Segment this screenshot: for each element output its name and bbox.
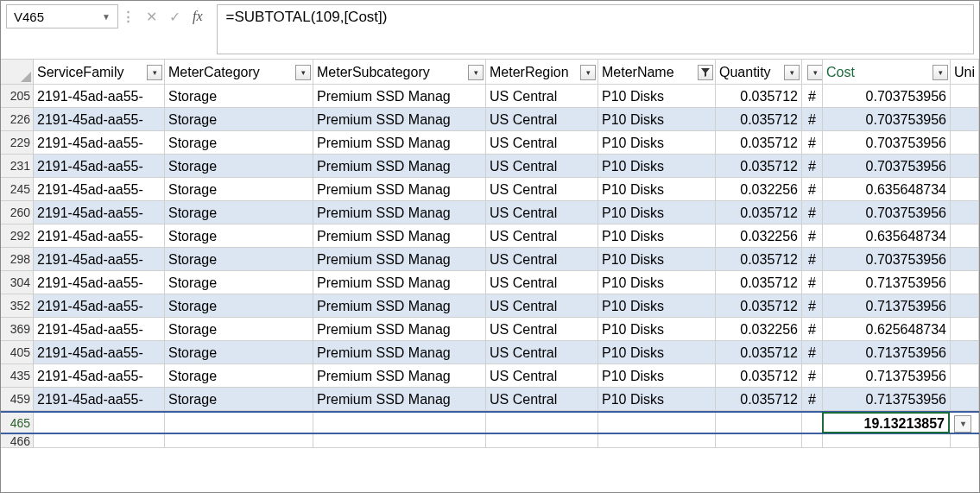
cell-cost[interactable]: 0.713753956 (823, 294, 951, 317)
cell-meterregion[interactable]: US Central (486, 318, 598, 340)
cell[interactable]: ▾ (949, 413, 979, 433)
cell-cost[interactable]: 0.635648734 (823, 178, 951, 200)
cell-narrow[interactable]: # (802, 294, 823, 317)
cell-meterregion[interactable]: US Central (486, 388, 598, 410)
cell-metersubcategory[interactable]: Premium SSD Manag (313, 248, 486, 270)
cell-metercategory[interactable]: Storage (165, 155, 313, 177)
row-header[interactable]: 352 (1, 294, 34, 317)
cell-unit[interactable] (951, 178, 979, 200)
cell-quantity[interactable]: 0.035712 (716, 85, 802, 107)
cell-metersubcategory[interactable]: Premium SSD Manag (313, 108, 486, 130)
cell-unit[interactable] (951, 271, 979, 294)
cell-metername[interactable]: P10 Disks (598, 341, 716, 363)
cell-narrow[interactable]: # (802, 388, 823, 410)
cell-metername[interactable]: P10 Disks (598, 224, 716, 247)
row-header[interactable]: 435 (1, 364, 34, 387)
cell-metername[interactable]: P10 Disks (598, 155, 716, 177)
cell-meterregion[interactable]: US Central (486, 224, 598, 247)
cell-cost[interactable]: 0.703753956 (823, 248, 951, 270)
cell-metercategory[interactable]: Storage (165, 248, 313, 270)
cell[interactable] (34, 413, 165, 433)
cell-metercategory[interactable]: Storage (165, 178, 313, 200)
cell-unit[interactable] (951, 388, 979, 410)
cell-metercategory[interactable]: Storage (165, 201, 313, 224)
subtotal-dropdown-icon[interactable]: ▾ (954, 415, 971, 433)
cell-narrow[interactable]: # (802, 108, 823, 130)
cell-meterregion[interactable]: US Central (486, 341, 598, 363)
cell-unit[interactable] (951, 155, 979, 177)
cell-metername[interactable]: P10 Disks (598, 178, 716, 200)
cell-quantity[interactable]: 0.035712 (716, 271, 802, 294)
row-header[interactable]: 369 (1, 318, 34, 340)
cell-quantity[interactable]: 0.035712 (716, 155, 802, 177)
cell-cost[interactable]: 0.703753956 (823, 155, 951, 177)
cell-servicefamily[interactable]: 2191-45ad-aa55- (34, 131, 165, 154)
cell-metername[interactable]: P10 Disks (598, 271, 716, 294)
cell-quantity[interactable]: 0.032256 (716, 224, 802, 247)
cell-metersubcategory[interactable]: Premium SSD Manag (313, 318, 486, 340)
cell-quantity[interactable]: 0.032256 (716, 318, 802, 340)
cell-meterregion[interactable]: US Central (486, 271, 598, 294)
cell-narrow[interactable]: # (802, 178, 823, 200)
cell-narrow[interactable]: # (802, 155, 823, 177)
cell-metersubcategory[interactable]: Premium SSD Manag (313, 85, 486, 107)
filter-icon[interactable]: ▾ (295, 65, 311, 80)
filter-icon[interactable]: ▾ (580, 65, 596, 80)
cell-metername[interactable]: P10 Disks (598, 108, 716, 130)
row-header[interactable]: 459 (1, 388, 34, 410)
cell-metername[interactable]: P10 Disks (598, 388, 716, 410)
cell-servicefamily[interactable]: 2191-45ad-aa55- (34, 108, 165, 130)
cell-metercategory[interactable]: Storage (165, 294, 313, 317)
cell-unit[interactable] (951, 248, 979, 270)
cell-servicefamily[interactable]: 2191-45ad-aa55- (34, 224, 165, 247)
cell-metersubcategory[interactable]: Premium SSD Manag (313, 271, 486, 294)
row-header[interactable]: 465 (1, 413, 34, 433)
col-header-metersubcategory[interactable]: MeterSubcategory ▾ (313, 60, 486, 84)
row-header[interactable]: 226 (1, 108, 34, 130)
col-header-unit[interactable]: Uni (951, 60, 979, 84)
cell-meterregion[interactable]: US Central (486, 178, 598, 200)
cell-cost[interactable]: 0.625648734 (823, 318, 951, 340)
cell-cost[interactable]: 0.703753956 (823, 85, 951, 107)
cell-quantity[interactable]: 0.035712 (716, 248, 802, 270)
cell-metername[interactable]: P10 Disks (598, 131, 716, 154)
cell-servicefamily[interactable]: 2191-45ad-aa55- (34, 388, 165, 410)
cell[interactable] (34, 434, 165, 447)
cell[interactable] (598, 434, 716, 447)
cell[interactable] (951, 434, 979, 447)
cell-metercategory[interactable]: Storage (165, 224, 313, 247)
cell[interactable] (486, 413, 598, 433)
cell-metersubcategory[interactable]: Premium SSD Manag (313, 155, 486, 177)
cell-cost[interactable]: 0.713753956 (823, 388, 951, 410)
cell-unit[interactable] (951, 318, 979, 340)
cell-quantity[interactable]: 0.035712 (716, 364, 802, 387)
cell-metercategory[interactable]: Storage (165, 341, 313, 363)
cell-metersubcategory[interactable]: Premium SSD Manag (313, 178, 486, 200)
cell-narrow[interactable]: # (802, 364, 823, 387)
cell-metercategory[interactable]: Storage (165, 131, 313, 154)
cancel-icon[interactable]: ✕ (146, 9, 157, 25)
cell-metersubcategory[interactable]: Premium SSD Manag (313, 341, 486, 363)
cell-meterregion[interactable]: US Central (486, 131, 598, 154)
cell[interactable] (313, 434, 486, 447)
cell-unit[interactable] (951, 294, 979, 317)
cell-metername[interactable]: P10 Disks (598, 201, 716, 224)
row-header[interactable]: 231 (1, 155, 34, 177)
cell-metercategory[interactable]: Storage (165, 271, 313, 294)
cell[interactable] (802, 434, 823, 447)
cell-metername[interactable]: P10 Disks (598, 294, 716, 317)
cell-unit[interactable] (951, 224, 979, 247)
cell-quantity[interactable]: 0.035712 (716, 341, 802, 363)
row-header[interactable]: 229 (1, 131, 34, 154)
cell-unit[interactable] (951, 85, 979, 107)
cell-quantity[interactable]: 0.035712 (716, 201, 802, 224)
cell-quantity[interactable]: 0.035712 (716, 108, 802, 130)
cell-cost[interactable]: 0.703753956 (823, 108, 951, 130)
row-header[interactable]: 260 (1, 201, 34, 224)
cell-unit[interactable] (951, 108, 979, 130)
cell-quantity[interactable]: 0.035712 (716, 131, 802, 154)
row-header[interactable]: 245 (1, 178, 34, 200)
cell-narrow[interactable]: # (802, 248, 823, 270)
cell-metersubcategory[interactable]: Premium SSD Manag (313, 131, 486, 154)
cell-cost[interactable]: 0.703753956 (823, 201, 951, 224)
